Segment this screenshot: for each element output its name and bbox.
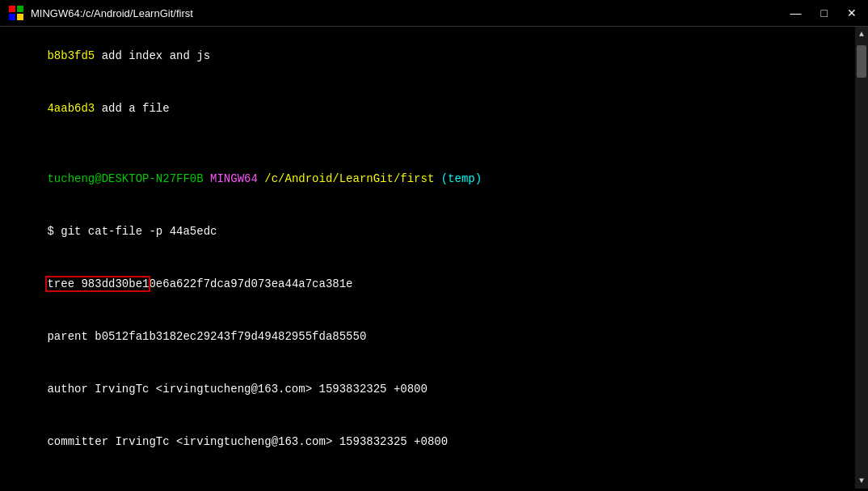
close-button[interactable]: ✕	[844, 6, 860, 19]
output-author: author IrvingTc <irvingtucheng@163.com> …	[6, 363, 849, 416]
terminal-content[interactable]: b8b3fd5 add index and js 4aab6d3 add a f…	[0, 27, 855, 489]
list-item: 4aab6d3 add a file	[6, 83, 849, 135]
commit-msg: add index and js	[95, 49, 210, 62]
svg-rect-2	[9, 14, 15, 20]
scrollbar-thumb[interactable]	[857, 45, 866, 78]
output-tree-line: tree 983dd30be10e6a622f7dca97d073ea44a7c…	[6, 258, 849, 311]
prompt-path: /c/Android/LearnGit/first	[258, 172, 434, 185]
window-controls: — □ ✕	[787, 6, 860, 19]
prompt-branch: (temp)	[434, 172, 482, 185]
scrollbar-track[interactable]	[855, 42, 868, 473]
prompt-machine: MINGW64	[204, 172, 258, 185]
scroll-down-arrow[interactable]: ▼	[859, 473, 864, 489]
scroll-up-arrow[interactable]: ▲	[859, 27, 864, 42]
command-line: $ git cat-file -p 44a5edc	[6, 205, 849, 258]
maximize-button[interactable]: □	[818, 6, 831, 19]
svg-rect-1	[17, 6, 23, 12]
minimize-button[interactable]: —	[787, 6, 805, 19]
output-message: update test4	[6, 486, 849, 489]
prompt-line: tucheng@DESKTOP-N27FF0B MINGW64 /c/Andro…	[6, 153, 849, 205]
title-bar: MINGW64:/c/Android/LearnGit/first — □ ✕	[0, 0, 868, 27]
output-parent: parent b0512fa1b3182ec29243f79d49482955f…	[6, 311, 849, 363]
commit-msg: add a file	[95, 102, 169, 115]
commit-hash: b8b3fd5	[47, 49, 95, 62]
svg-rect-3	[17, 14, 23, 20]
terminal-wrapper: b8b3fd5 add index and js 4aab6d3 add a f…	[0, 27, 868, 489]
blank-line	[6, 468, 849, 486]
output-committer: committer IrvingTc <irvingtucheng@163.co…	[6, 416, 849, 468]
dollar-sign: $ git cat-file -p 44a5edc	[47, 225, 217, 238]
tree-hash-rest: 0e6a622f7dca97d073ea44a7ca381e	[149, 277, 352, 290]
list-item: b8b3fd5 add index and js	[6, 30, 849, 83]
tree-keyword: tree 983dd30be1	[47, 277, 149, 290]
blank-line	[6, 135, 849, 153]
commit-hash: 4aab6d3	[47, 102, 95, 115]
scrollbar[interactable]: ▲ ▼	[855, 27, 868, 489]
app-icon	[8, 5, 24, 21]
prompt-user: tucheng@DESKTOP-N27FF0B	[47, 172, 203, 185]
svg-rect-0	[9, 6, 15, 12]
window-title: MINGW64:/c/Android/LearnGit/first	[31, 7, 193, 19]
